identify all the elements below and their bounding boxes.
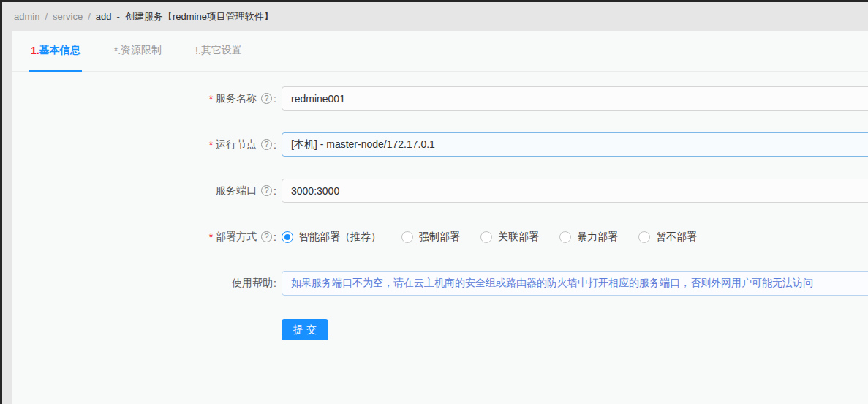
usage-help-text: 如果服务端口不为空，请在云主机商的安全组或路由器的防火墙中打开相应的服务端口，否… bbox=[282, 271, 868, 296]
radio-label: 关联部署 bbox=[498, 231, 539, 244]
form-row-run-node: * 运行节点 ? : [本机] - master-node/172.17.0.1 bbox=[12, 132, 868, 157]
label-text: 使用帮助 bbox=[232, 277, 273, 290]
content-card: 1.基本信息 *.资源限制 !.其它设置 * 服务名称 ? : bbox=[12, 31, 868, 404]
breadcrumb-separator: / bbox=[45, 11, 48, 22]
form-row-service-name: * 服务名称 ? : bbox=[12, 86, 868, 111]
breadcrumb-item-admin[interactable]: admin bbox=[14, 11, 39, 22]
page-title: 创建服务【redmine项目管理软件】 bbox=[125, 10, 273, 23]
tab-bar: 1.基本信息 *.资源限制 !.其它设置 bbox=[12, 31, 868, 72]
usage-help-label: 使用帮助 : bbox=[12, 277, 276, 290]
tab-label: 基本信息 bbox=[39, 44, 80, 57]
radio-label: 智能部署（推荐） bbox=[299, 231, 381, 244]
required-asterisk: * bbox=[209, 231, 213, 243]
radio-icon bbox=[401, 231, 413, 243]
radio-icon bbox=[559, 231, 571, 243]
tab-prefix: 1. bbox=[31, 45, 39, 56]
deploy-mode-label: * 部署方式 ? : bbox=[12, 231, 276, 244]
form-row-deploy-mode: * 部署方式 ? : 智能部署（推荐） 强制部署 bbox=[12, 225, 868, 249]
label-text: 部署方式 bbox=[216, 231, 257, 244]
label-text: 服务名称 bbox=[216, 92, 257, 105]
required-asterisk: * bbox=[209, 93, 213, 105]
tab-basic-info[interactable]: 1.基本信息 bbox=[29, 31, 82, 72]
tab-label: 资源限制 bbox=[121, 44, 162, 57]
breadcrumb-dash: - bbox=[117, 11, 120, 22]
help-icon[interactable]: ? bbox=[261, 139, 272, 150]
label-colon: : bbox=[273, 93, 276, 105]
radio-linked-deploy[interactable]: 关联部署 bbox=[480, 231, 539, 244]
radio-no-deploy[interactable]: 暂不部署 bbox=[638, 231, 697, 244]
page: admin / service / add - 创建服务【redmine项目管理… bbox=[2, 2, 868, 404]
tab-resource-limit[interactable]: *.资源限制 bbox=[113, 31, 163, 72]
radio-force-deploy[interactable]: 强制部署 bbox=[401, 231, 460, 244]
tab-other-settings[interactable]: !.其它设置 bbox=[194, 31, 244, 72]
form-row-service-port: 服务端口 ? : bbox=[12, 179, 868, 203]
label-colon: : bbox=[273, 277, 276, 289]
service-port-label: 服务端口 ? : bbox=[12, 184, 276, 198]
tab-label: 其它设置 bbox=[201, 44, 242, 57]
create-service-form: * 服务名称 ? : * 运行节点 ? : [本机] - mast bbox=[12, 72, 868, 342]
required-asterisk: * bbox=[209, 139, 213, 151]
breadcrumb-item-service[interactable]: service bbox=[53, 11, 83, 22]
run-node-select[interactable]: [本机] - master-node/172.17.0.1 bbox=[282, 132, 868, 157]
label-text: 运行节点 bbox=[216, 138, 257, 152]
label-text: 服务端口 bbox=[216, 184, 257, 198]
submit-button[interactable]: 提 交 bbox=[282, 319, 328, 340]
help-icon[interactable]: ? bbox=[261, 93, 272, 104]
help-icon[interactable]: ? bbox=[261, 231, 272, 242]
breadcrumb-item-add: add bbox=[96, 11, 112, 22]
service-port-input[interactable] bbox=[282, 179, 868, 203]
breadcrumb: admin / service / add - 创建服务【redmine项目管理… bbox=[2, 2, 868, 31]
form-row-usage-help: 使用帮助 : 如果服务端口不为空，请在云主机商的安全组或路由器的防火墙中打开相应… bbox=[12, 271, 868, 296]
radio-label: 暂不部署 bbox=[656, 231, 697, 244]
service-name-label: * 服务名称 ? : bbox=[12, 92, 276, 105]
run-node-label: * 运行节点 ? : bbox=[12, 138, 276, 152]
form-row-submit: 提 交 bbox=[12, 318, 868, 342]
radio-icon bbox=[480, 231, 492, 243]
tab-prefix: !. bbox=[195, 45, 201, 56]
deploy-mode-radio-group: 智能部署（推荐） 强制部署 关联部署 暴力部署 bbox=[282, 231, 868, 244]
radio-icon bbox=[282, 231, 293, 243]
help-icon[interactable]: ? bbox=[261, 185, 272, 196]
radio-label: 暴力部署 bbox=[577, 231, 618, 244]
label-colon: : bbox=[273, 231, 276, 243]
radio-icon bbox=[638, 231, 650, 243]
tab-prefix: *. bbox=[114, 45, 121, 56]
radio-label: 强制部署 bbox=[419, 231, 460, 244]
label-colon: : bbox=[273, 185, 276, 197]
breadcrumb-separator: / bbox=[88, 11, 91, 22]
radio-smart-deploy[interactable]: 智能部署（推荐） bbox=[282, 231, 381, 244]
radio-brute-deploy[interactable]: 暴力部署 bbox=[559, 231, 618, 244]
service-name-input[interactable] bbox=[282, 86, 868, 111]
label-colon: : bbox=[273, 139, 276, 151]
